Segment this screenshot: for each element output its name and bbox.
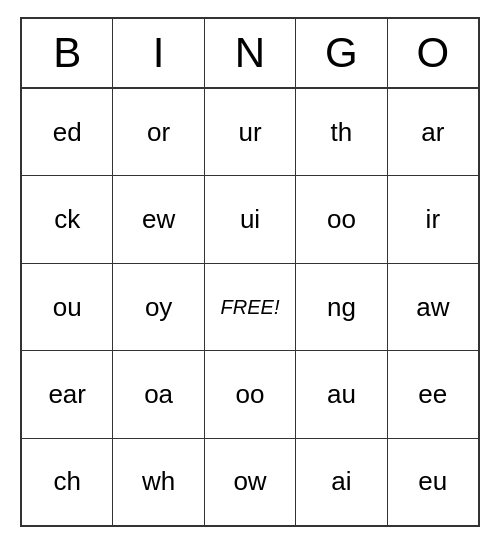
bingo-row: earoaooauee [22,351,478,438]
free-space-cell: FREE! [205,264,296,350]
bingo-cell: ch [22,439,113,525]
bingo-cell: oy [113,264,204,350]
bingo-cell: ed [22,89,113,175]
bingo-cell: wh [113,439,204,525]
bingo-row: ouoyFREE!ngaw [22,264,478,351]
bingo-row: edorurthar [22,89,478,176]
header-letter: I [113,19,204,87]
bingo-body: edorurtharckewuiooirouoyFREE!ngawearoaoo… [22,89,478,525]
bingo-cell: ou [22,264,113,350]
bingo-cell: oo [296,176,387,262]
bingo-row: chwhowaieu [22,439,478,525]
bingo-cell: oa [113,351,204,437]
bingo-row: ckewuiooir [22,176,478,263]
bingo-cell: ui [205,176,296,262]
header-letter: O [388,19,478,87]
header-letter: G [296,19,387,87]
bingo-cell: oo [205,351,296,437]
header-letter: B [22,19,113,87]
bingo-cell: ear [22,351,113,437]
bingo-cell: ck [22,176,113,262]
bingo-cell: eu [388,439,478,525]
bingo-header: BINGO [22,19,478,89]
bingo-cell: ng [296,264,387,350]
bingo-cell: ai [296,439,387,525]
header-letter: N [205,19,296,87]
bingo-cell: ow [205,439,296,525]
bingo-cell: ee [388,351,478,437]
bingo-cell: or [113,89,204,175]
bingo-cell: ew [113,176,204,262]
bingo-cell: ar [388,89,478,175]
bingo-card: BINGO edorurtharckewuiooirouoyFREE!ngawe… [20,17,480,527]
bingo-cell: ur [205,89,296,175]
bingo-cell: aw [388,264,478,350]
bingo-cell: au [296,351,387,437]
bingo-cell: th [296,89,387,175]
bingo-cell: ir [388,176,478,262]
